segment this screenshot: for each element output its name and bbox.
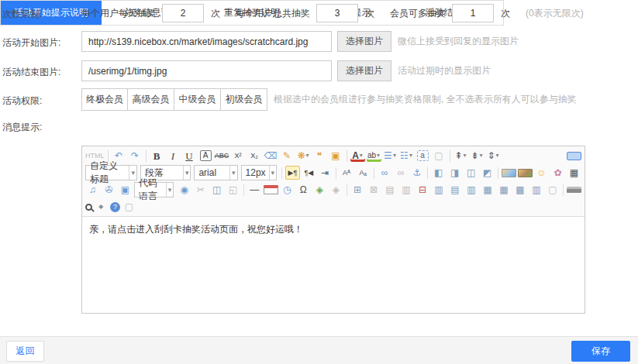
back-button[interactable]: 返回 [6, 341, 44, 362]
paste-plain-icon[interactable]: ▣ [329, 149, 343, 163]
start-image-url-input[interactable] [81, 31, 332, 52]
indent-icon[interactable]: ⇥ [318, 166, 333, 180]
code-language-select[interactable]: 代码语言▾ [134, 182, 174, 197]
fullscreen-icon[interactable] [567, 152, 581, 160]
special-char-icon[interactable]: Ω [296, 183, 311, 197]
toolbar-separator [146, 150, 147, 162]
remove-format-icon[interactable]: ⌫ [264, 149, 278, 163]
font-family-select[interactable]: arial▾ [194, 165, 237, 180]
daily-draw-input[interactable] [162, 4, 204, 22]
end-image-hint: 活动过期时的显示图片 [398, 64, 491, 77]
insert-col-icon[interactable]: ▥ [431, 183, 446, 197]
print-icon[interactable] [567, 187, 581, 193]
image-left-float-icon[interactable]: ◨ [447, 166, 462, 180]
help-icon[interactable]: ? [110, 202, 120, 212]
link-icon[interactable]: ∞ [377, 166, 391, 180]
font-size-select[interactable]: 12px▾ [241, 165, 278, 180]
highlight-color-icon[interactable]: ab▾ [367, 149, 381, 162]
ltr-paragraph-icon[interactable]: ▶¶ [285, 166, 300, 180]
insert-time-icon[interactable]: ◷ [280, 183, 295, 197]
redo-icon[interactable]: ↷ [128, 149, 143, 163]
total-draw-input[interactable] [316, 4, 358, 22]
blockquote-icon[interactable]: ❝ [312, 149, 327, 163]
member-level-button[interactable]: 高级会员 [128, 88, 174, 111]
strikethrough-icon[interactable]: ABC [215, 149, 229, 163]
anchor-icon[interactable]: a [417, 150, 429, 161]
member-level-group: 终极会员高级会员中级会员初级会员 [81, 88, 267, 111]
toolbar-separator [281, 167, 282, 179]
paragraph-after-space-icon[interactable]: ⇟▾ [470, 149, 485, 163]
unlink-icon[interactable]: ∞ [393, 166, 408, 180]
chevron-down-icon: ▾ [183, 166, 191, 180]
chevron-down-icon: ▾ [393, 153, 396, 159]
video-icon[interactable]: ▦ [567, 166, 581, 180]
paste-disabled-icon[interactable]: ▢ [122, 200, 136, 214]
find-replace-icon[interactable]: ⌖ [94, 200, 109, 214]
member-level-button[interactable]: 初级会员 [221, 88, 267, 111]
to-uppercase-icon[interactable]: Aᴬ [340, 166, 354, 180]
unordered-list-icon[interactable]: ☷▾ [399, 149, 414, 163]
end-image-pick-button[interactable]: 选择图片 [337, 60, 391, 81]
delete-table-icon[interactable]: ⊠ [366, 183, 381, 197]
horizontal-rule-icon[interactable]: — [247, 183, 262, 197]
permission-row: 终极会员高级会员中级会员初级会员 根据选中的会员组进行参与抽奖资格限制, 全不选… [81, 88, 577, 111]
merge-right-icon[interactable]: ▦ [496, 183, 511, 197]
start-image-pick-button[interactable]: 选择图片 [337, 31, 391, 52]
to-lowercase-icon[interactable]: Aₐ [356, 166, 371, 180]
italic-icon[interactable]: I [166, 149, 181, 163]
snapshot-icon[interactable]: ◱ [226, 183, 240, 197]
superscript-icon[interactable]: X² [231, 149, 246, 163]
member-level-button[interactable]: 终极会员 [81, 88, 128, 111]
insert-code-icon[interactable]: ◉ [177, 183, 191, 197]
table-sort-icon[interactable]: ▥ [529, 183, 543, 197]
daily-draw-label: 每个用户每天抽奖 [81, 7, 156, 20]
insert-date-icon[interactable] [264, 185, 278, 194]
merge-cells-icon[interactable]: ▥ [398, 183, 413, 197]
auto-typeset-icon[interactable]: ❋▾ [296, 149, 311, 163]
member-level-button[interactable]: 中级会员 [174, 88, 221, 111]
scrawl-icon[interactable]: ✿ [550, 166, 565, 180]
search-icon[interactable] [85, 204, 92, 211]
format-painter-icon[interactable]: ✎ [280, 149, 295, 163]
line-height-icon[interactable]: ⇕▾ [486, 149, 501, 163]
attachment-doc-icon[interactable]: ▢ [545, 183, 560, 197]
toolbar-separator [243, 184, 244, 196]
table-title-icon[interactable]: ▤ [382, 183, 397, 197]
custom-title-select[interactable]: 自定义标题▾ [85, 165, 137, 180]
font-border-icon[interactable]: A [200, 150, 212, 161]
insert-frame-icon[interactable]: ▣ [118, 183, 133, 197]
pagebreak-icon[interactable]: ✂ [193, 183, 208, 197]
anchor-insert-icon[interactable]: ⚓ [409, 166, 424, 180]
new-doc-icon[interactable]: ▢ [432, 149, 447, 163]
member-extra-draw-input[interactable] [452, 4, 494, 22]
merge-down-icon[interactable]: ▩ [512, 183, 527, 197]
image-right-float-icon[interactable]: ◩ [480, 166, 495, 180]
insert-row-icon[interactable]: ⊟ [415, 183, 429, 197]
insert-table-icon[interactable]: ⊞ [350, 183, 364, 197]
emoji-icon[interactable]: ☺ [534, 166, 549, 180]
subscript-icon[interactable]: X₂ [247, 149, 262, 163]
ordered-list-icon[interactable]: ☰▾ [383, 149, 398, 163]
font-color-icon[interactable]: A▾ [350, 149, 365, 162]
delete-row-icon[interactable]: ▤ [447, 183, 462, 197]
image-none-float-icon[interactable]: ◧ [431, 166, 446, 180]
baidu-map-icon[interactable]: ◈ [312, 183, 327, 197]
delete-col-icon[interactable]: ▥ [464, 183, 478, 197]
google-map-icon[interactable]: ◈ [329, 183, 343, 197]
message-label: 消息提示: [2, 121, 80, 134]
paragraph-before-space-icon[interactable]: ⇞▾ [453, 149, 468, 163]
insert-image-icon[interactable] [502, 169, 516, 177]
music-icon[interactable]: ♫ [85, 183, 100, 197]
chevron-down-icon: ▾ [409, 153, 412, 159]
rtl-paragraph-icon[interactable]: ¶◀ [302, 166, 316, 180]
bold-icon[interactable]: B [150, 149, 164, 163]
image-center-icon[interactable]: ◫ [464, 166, 478, 180]
split-cell-icon[interactable]: ▦ [480, 183, 495, 197]
editor-content[interactable]: 亲，请点击进入刮刮卡抽奖活动页面，祝您好运哦！ [82, 217, 585, 312]
underline-icon[interactable]: U [182, 149, 197, 163]
image-manager-icon[interactable] [518, 169, 533, 177]
attachment-icon[interactable]: ✇ [102, 183, 116, 197]
end-image-url-input[interactable] [81, 60, 332, 81]
columns-icon[interactable]: ◫ [209, 183, 224, 197]
save-button[interactable]: 保存 [571, 341, 630, 362]
